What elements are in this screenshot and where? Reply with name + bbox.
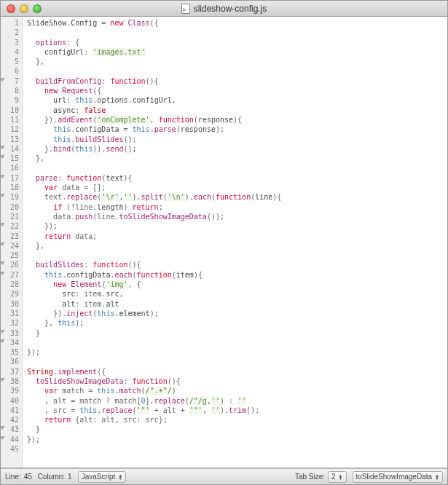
code-line[interactable]: async: false (27, 106, 443, 115)
code-line[interactable]: } (27, 425, 443, 434)
line-number[interactable]: 22 (1, 221, 22, 231)
code-line[interactable]: buildSlides: function(){ (27, 260, 443, 269)
line-number[interactable]: 40 (1, 396, 22, 406)
line-number[interactable]: 25 (1, 251, 22, 260)
line-number[interactable]: 24 (1, 241, 22, 251)
code-line[interactable]: }); (27, 435, 443, 444)
code-line[interactable] (27, 66, 443, 76)
line-number[interactable]: 13 (1, 135, 22, 144)
line-number[interactable]: 18 (1, 183, 22, 192)
line-number[interactable]: 9 (1, 95, 22, 105)
close-icon[interactable] (7, 4, 15, 13)
line-number[interactable]: 17 (1, 173, 22, 183)
fold-icon[interactable] (0, 78, 5, 82)
code-line[interactable]: configUrl: 'images.txt' (27, 47, 443, 57)
code-line[interactable]: return {alt: alt, src: src}; (27, 415, 443, 425)
code-line[interactable]: this.buildSlides(); (27, 135, 443, 144)
minimize-icon[interactable] (20, 4, 28, 13)
line-number[interactable]: 10 (1, 106, 22, 115)
code-line[interactable]: }); (27, 221, 443, 231)
line-number[interactable]: 37 (1, 367, 22, 376)
code-line[interactable]: } (27, 328, 443, 338)
code-line[interactable]: }, this); (27, 318, 443, 328)
code-line[interactable]: url: this.options.configUrl, (27, 95, 443, 105)
code-line[interactable] (27, 251, 443, 260)
code-line[interactable]: , alt = match ? match[0].replace(/"/g,''… (27, 396, 443, 406)
fold-icon[interactable] (0, 426, 5, 430)
zoom-icon[interactable] (33, 4, 42, 13)
code-line[interactable] (27, 28, 443, 37)
code-line[interactable]: }).inject(this.element); (27, 309, 443, 318)
tabsize-select[interactable]: 2 ▲▼ (328, 471, 347, 483)
line-number[interactable]: 39 (1, 386, 22, 395)
line-number[interactable]: 35 (1, 347, 22, 357)
code-line[interactable]: var match = this.match(/".+"/) (27, 386, 443, 395)
line-number[interactable]: 7 (1, 76, 22, 86)
line-number[interactable]: 23 (1, 232, 22, 241)
code-line[interactable] (27, 444, 443, 454)
fold-icon[interactable] (0, 272, 5, 275)
code-line[interactable] (27, 338, 443, 347)
line-number[interactable]: 33 (1, 328, 22, 338)
fold-icon[interactable] (0, 155, 5, 159)
code-line[interactable]: }.bind(this)).send(); (27, 144, 443, 154)
fold-icon[interactable] (0, 223, 5, 226)
line-number[interactable]: 26 (1, 260, 22, 269)
code-line[interactable]: new Element('img', { (27, 280, 443, 289)
code-line[interactable]: this.configData = this.parse(response); (27, 125, 443, 134)
code-line[interactable]: SlideShow.Config = new Class({ (27, 18, 443, 28)
line-number[interactable]: 38 (1, 376, 22, 386)
code-line[interactable]: String.implement({ (27, 367, 443, 376)
line-number[interactable]: 42 (1, 415, 22, 425)
code-line[interactable]: toSlideShowImageData: function(){ (27, 376, 443, 386)
symbol-select[interactable]: toSlideShowImageData ▲▼ (353, 471, 443, 483)
code-line[interactable]: }, (27, 154, 443, 163)
language-select[interactable]: JavaScript ▲▼ (78, 471, 127, 483)
code-line[interactable]: text.replace('\r','').split('\n').each(f… (27, 192, 443, 202)
line-number[interactable]: 14 (1, 144, 22, 154)
line-number[interactable]: 36 (1, 357, 22, 366)
fold-icon[interactable] (0, 194, 5, 197)
code-line[interactable]: , src = this.replace('"' + alt + '"', ''… (27, 406, 443, 415)
line-number[interactable]: 34 (1, 338, 22, 347)
line-number[interactable]: 31 (1, 309, 22, 318)
code-line[interactable]: buildFromConfig: function(){ (27, 76, 443, 86)
fold-icon[interactable] (0, 261, 5, 265)
fold-icon[interactable] (0, 339, 5, 343)
line-number[interactable]: 3 (1, 38, 22, 47)
code-area[interactable]: SlideShow.Config = new Class({ options: … (23, 17, 447, 468)
fold-icon[interactable] (0, 378, 5, 382)
code-line[interactable]: }, (27, 241, 443, 251)
code-line[interactable]: }); (27, 347, 443, 357)
code-line[interactable]: if (!line.length) return; (27, 202, 443, 212)
line-number[interactable]: 12 (1, 125, 22, 134)
code-line[interactable]: src: item.src, (27, 289, 443, 299)
line-number[interactable]: 6 (1, 66, 22, 76)
code-line[interactable]: return data; (27, 232, 443, 241)
fold-icon[interactable] (0, 175, 5, 178)
code-line[interactable]: options: { (27, 38, 443, 47)
line-number[interactable]: 16 (1, 163, 22, 173)
line-number[interactable]: 20 (1, 202, 22, 212)
line-number[interactable]: 28 (1, 280, 22, 289)
code-line[interactable]: parse: function(text){ (27, 173, 443, 183)
line-number[interactable]: 44 (1, 435, 22, 444)
code-line[interactable]: }, (27, 57, 443, 66)
code-line[interactable]: }).addEvent('onComplete', function(respo… (27, 115, 443, 125)
code-line[interactable] (27, 357, 443, 366)
line-number[interactable]: 15 (1, 154, 22, 163)
code-line[interactable]: this.configData.each(function(item){ (27, 270, 443, 280)
line-number[interactable]: 45 (1, 444, 22, 454)
code-line[interactable]: data.push(line.toSlideShowImageData()); (27, 212, 443, 221)
code-line[interactable] (27, 163, 443, 173)
line-number[interactable]: 8 (1, 86, 22, 95)
fold-icon[interactable] (0, 242, 5, 246)
line-number[interactable]: 29 (1, 289, 22, 299)
code-line[interactable]: new Request({ (27, 86, 443, 95)
code-line[interactable]: alt: item.alt (27, 299, 443, 309)
line-number[interactable]: 19 (1, 192, 22, 202)
line-number[interactable]: 4 (1, 47, 22, 57)
line-number[interactable]: 43 (1, 425, 22, 434)
line-number[interactable]: 21 (1, 212, 22, 221)
line-gutter[interactable]: 1234567891011121314151617181920212223242… (1, 17, 23, 468)
